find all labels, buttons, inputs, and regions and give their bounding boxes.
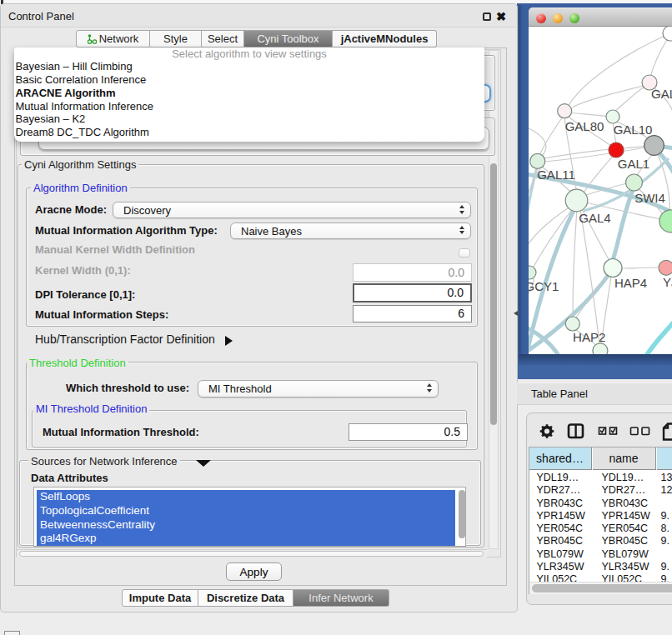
svg-text:SWI4: SWI4 xyxy=(634,191,665,205)
svg-text:HAP4: HAP4 xyxy=(614,276,647,290)
svg-text:GAL4: GAL4 xyxy=(579,211,610,225)
svg-text:HAP2: HAP2 xyxy=(573,330,605,344)
svg-text:GCY1: GCY1 xyxy=(529,279,559,293)
svg-text:GAL11: GAL11 xyxy=(537,168,575,182)
svg-text:GAL7: GAL7 xyxy=(651,87,672,101)
svg-text:GAL10: GAL10 xyxy=(614,122,653,137)
svg-text:YJ: YJ xyxy=(663,275,672,289)
svg-text:GAL1: GAL1 xyxy=(618,157,649,171)
svg-text:GAL80: GAL80 xyxy=(565,119,604,133)
